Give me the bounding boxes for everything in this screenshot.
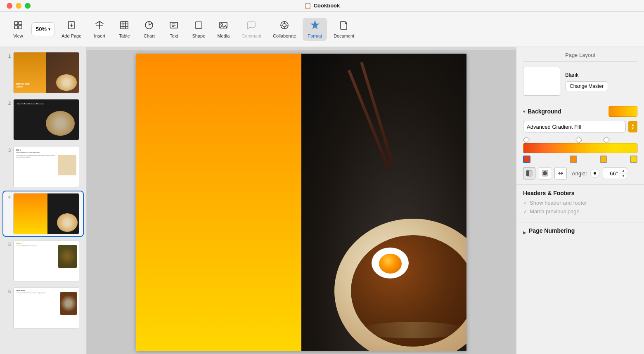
show-header-check-icon: ✓ bbox=[523, 200, 527, 206]
table-icon bbox=[119, 20, 129, 32]
toolbar-media[interactable]: Media bbox=[212, 18, 235, 41]
svg-line-9 bbox=[99, 21, 103, 24]
gradient-stop-top-1[interactable] bbox=[523, 137, 530, 144]
table-label: Table bbox=[119, 33, 130, 38]
change-master-button[interactable]: Change Master bbox=[565, 81, 608, 91]
toolbar-shape[interactable]: Shape bbox=[187, 18, 210, 41]
toolbar-document[interactable]: Document bbox=[329, 18, 359, 41]
window-title-text: Cookbook bbox=[314, 2, 340, 9]
background-color-swatch[interactable] bbox=[608, 106, 637, 117]
angle-up-button[interactable]: ▲ bbox=[620, 168, 627, 174]
page-numbering-title: Page Numbering bbox=[529, 227, 575, 234]
add-page-label: Add Page bbox=[62, 33, 81, 38]
toolbar-collaborate[interactable]: Collaborate bbox=[268, 18, 301, 41]
toolbar-zoom[interactable]: 50% ▾ bbox=[31, 22, 55, 36]
svg-rect-31 bbox=[526, 170, 529, 176]
slide-preview-3: Ch. 1 Etiam Sit Amet Elit Donec Maecenas… bbox=[13, 146, 79, 187]
insert-icon bbox=[95, 20, 104, 32]
toolbar-table[interactable]: Table bbox=[113, 18, 136, 41]
show-header-row: ✓ Show header and footer bbox=[523, 200, 637, 206]
insert-label: Insert bbox=[94, 33, 106, 38]
master-thumbnail bbox=[523, 67, 560, 96]
text-icon bbox=[169, 20, 179, 32]
gradient-stop-color-2[interactable] bbox=[570, 156, 577, 163]
page-right-photo bbox=[301, 54, 466, 351]
slide-preview-1: Step-by-StepRamen bbox=[13, 52, 79, 93]
format-label: Format bbox=[308, 33, 322, 38]
slide-thumb-5[interactable]: 5 Recipes Lorem ipsum dolor sit amet con… bbox=[3, 238, 83, 283]
format-icon bbox=[310, 20, 320, 32]
background-header: ▾ Background bbox=[523, 106, 637, 117]
gradient-radial-button[interactable] bbox=[539, 167, 551, 179]
angle-down-button[interactable]: ▼ bbox=[620, 174, 627, 179]
view-icon bbox=[13, 20, 23, 32]
background-title: ▾ Background bbox=[523, 108, 561, 115]
reverse-gradient-button[interactable] bbox=[554, 167, 567, 179]
gradient-stop-top-3[interactable] bbox=[603, 137, 610, 144]
slide-thumb-1[interactable]: 1 Step-by-StepRamen bbox=[3, 50, 83, 95]
toolbar-chart[interactable]: Chart bbox=[137, 18, 161, 41]
page-numbering-chevron-icon[interactable]: ▶ bbox=[523, 230, 526, 235]
gradient-top-stops bbox=[523, 137, 637, 142]
sidebar: 1 Step-by-StepRamen 2 Etiam Sit Amet Eli… bbox=[0, 47, 87, 354]
toolbar-text[interactable]: Text bbox=[162, 18, 185, 41]
match-previous-label: Match previous page bbox=[530, 208, 580, 215]
gradient-stop-color-1[interactable] bbox=[523, 156, 530, 163]
maximize-button[interactable] bbox=[25, 3, 31, 9]
master-preview: Blank Change Master bbox=[523, 67, 637, 96]
angle-indicator[interactable] bbox=[590, 169, 599, 178]
master-info: Blank Change Master bbox=[565, 72, 608, 91]
canvas-page bbox=[136, 54, 466, 351]
gradient-linear-button[interactable] bbox=[523, 167, 535, 179]
gradient-stop-color-4[interactable] bbox=[630, 156, 637, 163]
match-previous-row: ✓ Match previous page bbox=[523, 208, 637, 215]
background-label: Background bbox=[528, 108, 561, 115]
minimize-button[interactable] bbox=[16, 3, 21, 9]
angle-input[interactable] bbox=[603, 170, 620, 177]
fill-type-select[interactable]: Advanced Gradient Fill Solid Fill Gradie… bbox=[523, 121, 626, 132]
gradient-stop-top-2[interactable] bbox=[575, 137, 582, 144]
angle-label: Angle: bbox=[572, 170, 587, 177]
window-title: 📋 Cookbook bbox=[304, 2, 340, 9]
background-chevron-icon[interactable]: ▾ bbox=[523, 109, 525, 114]
view-label: View bbox=[13, 33, 23, 38]
headers-footers-title: Headers & Footers bbox=[523, 190, 637, 196]
media-icon bbox=[218, 20, 228, 32]
svg-rect-0 bbox=[14, 21, 18, 25]
toolbar-comment[interactable]: Comment bbox=[237, 18, 266, 41]
slide-thumb-2[interactable]: 2 Etiam Sit Amet Elit Donec Maecenas bbox=[3, 97, 83, 142]
fill-type-stepper[interactable]: ▲ ▼ bbox=[628, 121, 637, 132]
main-area: 1 Step-by-StepRamen 2 Etiam Sit Amet Eli… bbox=[0, 47, 644, 354]
page-left-gradient bbox=[136, 54, 301, 351]
zoom-label: 50% bbox=[36, 26, 47, 32]
close-button[interactable] bbox=[7, 3, 12, 9]
match-previous-check-icon: ✓ bbox=[523, 209, 527, 215]
slide-thumb-3[interactable]: 3 Ch. 1 Etiam Sit Amet Elit Donec Maecen… bbox=[3, 144, 83, 189]
gradient-stop-color-3[interactable] bbox=[600, 156, 607, 163]
toolbar-add-page[interactable]: Add Page bbox=[57, 18, 86, 41]
media-label: Media bbox=[217, 33, 230, 38]
canvas-area bbox=[87, 47, 516, 354]
slide-thumb-6[interactable]: 6 Lorem Ipsum Lorem ipsum dolor sit amet… bbox=[3, 286, 83, 330]
text-label: Text bbox=[170, 33, 178, 38]
slide-num-4: 4 bbox=[5, 195, 11, 200]
svg-point-33 bbox=[543, 171, 547, 175]
toolbar-view[interactable]: View bbox=[7, 18, 30, 41]
toolbar-insert[interactable]: Insert bbox=[88, 18, 111, 41]
slide-num-3: 3 bbox=[5, 148, 11, 153]
master-section: Blank Change Master bbox=[516, 62, 644, 101]
svg-point-25 bbox=[283, 24, 286, 27]
zoom-chevron-icon: ▾ bbox=[48, 27, 50, 31]
shape-label: Shape bbox=[192, 33, 205, 38]
chart-label: Chart bbox=[144, 33, 155, 38]
slide-preview-5: Recipes Lorem ipsum dolor sit amet conse… bbox=[13, 240, 79, 281]
slide-num-2: 2 bbox=[5, 101, 11, 106]
slide-thumb-4[interactable]: 4 bbox=[3, 191, 83, 236]
panel-title: Page Layout bbox=[516, 47, 644, 61]
toolbar-format[interactable]: Format bbox=[303, 18, 327, 41]
background-section: ▾ Background Advanced Gradient Fill Soli… bbox=[516, 101, 644, 185]
svg-rect-21 bbox=[195, 22, 202, 28]
gradient-bar[interactable] bbox=[523, 143, 637, 153]
fill-type-row: Advanced Gradient Fill Solid Fill Gradie… bbox=[523, 121, 637, 132]
headers-footers-section: Headers & Footers ✓ Show header and foot… bbox=[516, 185, 644, 222]
